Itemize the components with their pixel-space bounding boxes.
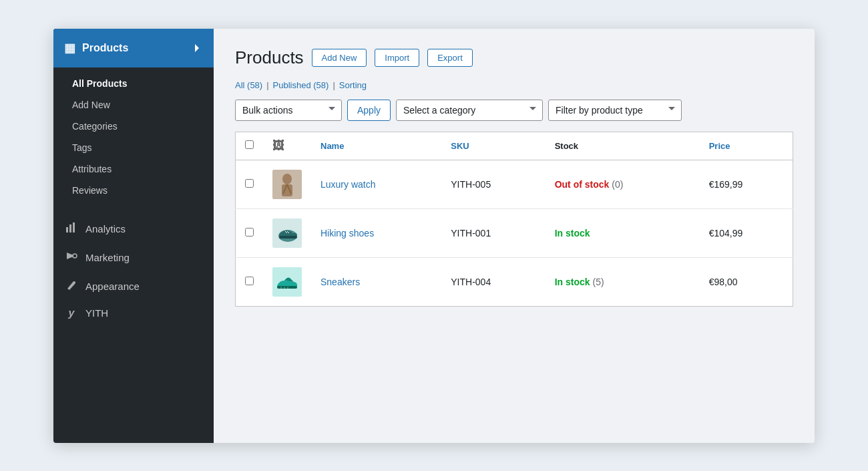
sidebar-item-add-new[interactable]: Add New [53,94,214,116]
filter-tabs: All (58) | Published (58) | Sorting [235,80,793,90]
page-title: Products [235,47,304,68]
product-name-link[interactable]: Luxury watch [320,179,375,190]
stock-status: In stock [555,277,590,287]
select-all-checkbox[interactable] [245,140,254,149]
product-name-link[interactable]: Hiking shoes [320,228,374,239]
svg-point-7 [282,174,292,184]
row-stock-cell: In stock (5) [546,257,700,306]
row-checkbox[interactable] [245,179,254,188]
svg-rect-13 [279,236,297,239]
sidebar-nav-section: Analytics Marketing Appe [53,206,214,334]
sidebar-arrow-icon [195,44,203,52]
sidebar-submenu: All Products Add New Categories Tags Att… [53,67,214,206]
page-header: Products Add New Import Export [235,47,793,68]
row-checkbox[interactable] [245,277,254,285]
svg-point-5 [73,281,75,283]
product-thumbnail [272,267,302,297]
row-checkbox-cell [236,160,264,208]
filter-tab-published[interactable]: Published (58) [273,80,329,90]
row-image-cell [263,160,311,208]
table-row: Sneakers YITH-004 In stock (5) €98,00 [236,257,793,306]
appearance-icon [64,279,79,294]
row-price-cell: €104,99 [700,208,793,257]
app-window: ▦ Products All Products Add New Categori… [53,29,815,443]
sidebar-products-header[interactable]: ▦ Products [53,29,214,67]
filter-tab-all[interactable]: All (58) [235,80,262,90]
row-image-cell [263,208,311,257]
analytics-label: Analytics [85,223,126,234]
col-header-image: 🖼 [263,132,311,160]
sidebar-item-marketing[interactable]: Marketing [53,243,214,272]
sidebar-item-attributes[interactable]: Attributes [53,158,214,180]
bulk-actions-select[interactable]: Bulk actions [235,100,342,121]
main-content: Products Add New Import Export All (58) … [214,29,815,443]
row-stock-cell: Out of stock (0) [546,160,700,208]
table-row: Hiking shoes YITH-001 In stock €104,99 [236,208,793,257]
apply-button[interactable]: Apply [347,100,391,121]
marketing-label: Marketing [85,252,130,263]
add-new-button[interactable]: Add New [312,49,367,67]
row-price-cell: €98,00 [700,257,793,306]
sidebar-item-categories[interactable]: Categories [53,116,214,137]
products-table: 🖼 Name SKU Stock Price [235,132,793,307]
table-body: Luxury watch YITH-005 Out of stock (0) €… [236,160,793,306]
bulk-actions-wrapper: Bulk actions [235,100,342,121]
appearance-label: Appearance [85,281,140,292]
col-header-stock: Stock [546,132,700,160]
sidebar-products-label: Products [82,42,128,54]
stock-count: (5) [592,277,604,287]
product-name-link[interactable]: Sneakers [320,277,360,287]
import-button[interactable]: Import [375,49,419,67]
category-filter-select[interactable]: Select a category [396,100,543,121]
sidebar-item-analytics[interactable]: Analytics [53,214,214,243]
product-thumbnail [272,218,302,248]
row-price-cell: €169,99 [700,160,793,208]
filter-sep-1: | [266,80,268,90]
sidebar-item-yith[interactable]: y YITH [53,301,214,326]
svg-rect-8 [282,184,292,196]
sidebar-item-all-products[interactable]: All Products [53,73,214,94]
row-image-cell [263,257,311,306]
stock-count: (0) [612,179,623,190]
row-sku-cell: YITH-001 [441,208,545,257]
svg-rect-1 [69,224,71,232]
row-checkbox[interactable] [245,228,254,237]
row-sku-cell: YITH-004 [441,257,545,306]
table-header-row: 🖼 Name SKU Stock Price [236,132,793,160]
table-head: 🖼 Name SKU Stock Price [236,132,793,160]
toolbar: Bulk actions Apply Select a category Fil… [235,100,793,121]
table-row: Luxury watch YITH-005 Out of stock (0) €… [236,160,793,208]
svg-rect-2 [73,222,75,232]
row-checkbox-cell [236,257,264,306]
row-name-cell: Hiking shoes [311,208,441,257]
row-sku-cell: YITH-005 [441,160,545,208]
analytics-icon [64,221,79,237]
sidebar-item-reviews[interactable]: Reviews [53,180,214,201]
stock-status: Out of stock [555,179,610,190]
product-type-filter-wrapper: Filter by product type [548,100,682,121]
yith-icon: y [64,307,79,319]
svg-rect-17 [277,286,297,289]
row-name-cell: Sneakers [311,257,441,306]
sidebar-item-tags[interactable]: Tags [53,137,214,158]
row-checkbox-cell [236,208,264,257]
product-thumbnail [272,170,302,199]
row-stock-cell: In stock [546,208,700,257]
col-header-name[interactable]: Name [311,132,441,160]
category-filter-wrapper: Select a category [396,100,543,121]
col-header-checkbox [236,132,264,160]
sidebar-item-appearance[interactable]: Appearance [53,272,214,301]
export-button[interactable]: Export [427,49,473,67]
col-header-price[interactable]: Price [700,132,793,160]
filter-tab-sorting[interactable]: Sorting [339,80,367,90]
stock-status: In stock [555,228,590,239]
image-icon: 🖼 [272,139,284,152]
product-type-filter-select[interactable]: Filter by product type [548,100,682,121]
products-icon: ▦ [64,41,75,55]
yith-label: YITH [85,307,108,319]
svg-rect-0 [66,227,68,232]
row-name-cell: Luxury watch [311,160,441,208]
col-header-sku[interactable]: SKU [441,132,545,160]
filter-sep-2: | [333,80,335,90]
sidebar: ▦ Products All Products Add New Categori… [53,29,214,443]
